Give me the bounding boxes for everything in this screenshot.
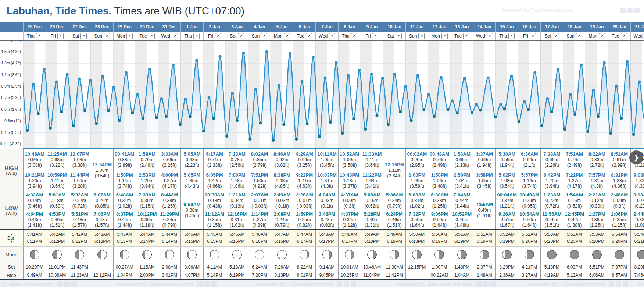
sunset-time: 6:15PM (185, 238, 200, 245)
moon-phase-cell (180, 247, 203, 263)
scroll-right-button[interactable]: ❯ (629, 150, 643, 164)
sun-times-cell: 5:52AM6:19PM (495, 230, 518, 246)
tide-extreme-point (427, 93, 430, 96)
expand-day-button[interactable]: ↗ (372, 33, 378, 39)
moon-phase-icon (187, 250, 197, 259)
expand-day-button[interactable]: ↗ (553, 33, 559, 39)
moonrise-time-cell: 3:27AM (518, 271, 540, 279)
tide-height-m: 0.49m (473, 208, 495, 213)
sunrise-time: 5:47AM (297, 231, 312, 238)
moon-row-label: Moon (0, 247, 23, 263)
expand-day-button[interactable]: ↗ (508, 33, 515, 39)
expand-day-button[interactable]: ↗ (215, 33, 221, 39)
expand-day-button[interactable]: ↗ (487, 33, 493, 39)
tide-height-ft: (2.49ft) (428, 163, 450, 168)
moon-phase-cell (473, 247, 495, 263)
expand-day-button[interactable]: ↗ (621, 33, 627, 39)
tide-time: 4:00PM (158, 172, 180, 178)
tide-extreme-point (364, 128, 367, 131)
expand-day-button[interactable]: ↗ (172, 33, 178, 39)
expand-day-button[interactable]: ↗ (36, 33, 42, 39)
tide-time: 4:37AM (339, 192, 361, 198)
expand-day-button[interactable]: ↗ (351, 33, 357, 39)
tide-time: 11:12AM (204, 211, 226, 217)
dow-cell: Thu↗ (495, 32, 518, 40)
tide-time: 10:59PM (46, 172, 68, 178)
moonset-time-cell: 10:46AM (361, 263, 383, 271)
tide-day-cell: 7:39AM0.35m(1.15ft)10:12PM0.36m(1.18ft) (136, 191, 158, 229)
expand-day-button[interactable]: ↗ (284, 33, 290, 39)
tide-height-m: 0.69m (541, 157, 563, 163)
tide-time: 4:32AM (24, 192, 46, 198)
high-band: HIGH (WIB) 10:48AM0.94m(3.08ft)10:21PM1.… (0, 149, 644, 191)
moon-phase-cell (586, 247, 608, 263)
expand-day-button[interactable]: ↗ (306, 33, 312, 39)
tide-height-m: 0.24m (158, 217, 180, 223)
expand-day-button[interactable]: ↗ (104, 33, 110, 39)
expand-day-button[interactable]: ↗ (463, 33, 469, 39)
tide-height-m: 1.20m (136, 178, 158, 184)
sunset-time: 6:14PM (139, 238, 154, 245)
moonset-time-cell: 3:06AM (180, 263, 203, 271)
expand-day-button[interactable]: ↗ (238, 33, 244, 39)
watermark-icon (344, 281, 349, 287)
expand-day-button[interactable]: ↗ (261, 33, 267, 39)
tide-height-m: 0.46m (383, 217, 405, 223)
sun-times-cell: 5:52AM6:20PM (518, 230, 540, 246)
tide-extreme-point (393, 73, 396, 76)
tide-entry: 9:26AM0.51m(1.67ft) (496, 210, 518, 229)
sunrise-time: 5:42AM (50, 231, 65, 238)
expand-day-button[interactable]: ↗ (396, 33, 402, 39)
expand-day-button[interactable]: ↗ (80, 33, 87, 39)
tide-extreme-point (306, 123, 309, 125)
tide-extreme-point (242, 52, 245, 54)
tide-entry: 10:48AM0.94m(3.08ft) (24, 149, 46, 170)
tide-time: 2:53PM (136, 172, 158, 178)
footer-watermark: Powered by Tide-Forecast.com (529, 281, 628, 287)
expand-day-button[interactable]: ↗ (126, 33, 133, 39)
low-label: LOW (5, 205, 18, 211)
tide-day-cell: 00:04AM0.37m(1.21ft)9:26AM0.51m(1.67ft) (495, 191, 518, 229)
location-title: Labuhan, Tide Times. (7, 5, 111, 17)
moon-phase-cell (113, 247, 136, 263)
tide-time: 4:04PM (24, 211, 46, 217)
tide-extreme-point (523, 100, 526, 103)
tide-extreme-point (569, 93, 572, 96)
tide-time: 3:13AM (631, 192, 644, 198)
expand-day-button[interactable]: ↗ (441, 33, 448, 39)
tide-entry: 8:46AM0.92m(3.02ft) (271, 149, 293, 170)
tide-height-ft: (1.15ft) (136, 203, 158, 209)
expand-day-button[interactable]: ↗ (530, 33, 536, 39)
tide-time: 3:28AM (293, 192, 315, 198)
sun-times-cell: 5:41AM6:11PM (23, 230, 46, 246)
moonrise-time-cell: 2:36AM (495, 271, 518, 279)
tide-height-m: 0.38m (428, 198, 450, 203)
sunrise-time: 5:44AM (139, 231, 154, 238)
moonrise-time-cell: 1:48AM (473, 271, 495, 279)
tide-height-ft: (4.86ft) (271, 184, 293, 189)
tide-entry: 2:49AM-0.03m(-0.1ft) (271, 191, 293, 210)
expand-day-button[interactable]: ↗ (329, 33, 335, 39)
sunrise-time: 5:52AM (522, 231, 537, 238)
date-header-cell: 28 Dec (91, 22, 113, 32)
expand-day-button[interactable]: ↗ (576, 33, 582, 39)
tide-height-ft: (0.89ft) (248, 223, 271, 228)
tide-extreme-point (43, 68, 46, 71)
tide-extreme-point (148, 68, 151, 71)
expand-day-button[interactable]: ↗ (418, 33, 425, 39)
moon-phase-icon (165, 250, 174, 259)
expand-day-button[interactable]: ↗ (57, 33, 64, 39)
tide-extreme-point (295, 138, 298, 141)
tide-entry: 7:06PM0.48m(1.57ft) (91, 210, 113, 229)
tide-extreme-point (451, 99, 454, 102)
expand-day-button[interactable]: ↗ (193, 33, 200, 39)
tide-height-ft: (1.57ft) (91, 223, 113, 228)
tide-height-m: 0.25m (293, 217, 315, 223)
tide-entry: 4:32AM0.14m(0.46ft) (24, 191, 46, 210)
tide-entry: 3:28AM-0.01m(-0.03ft) (293, 191, 315, 210)
tide-day-cell: 5:36AM0.24m(0.79ft)6:24PM0.46m(1.51ft) (383, 191, 405, 229)
tide-extreme-point (358, 69, 361, 72)
expand-day-button[interactable]: ↗ (149, 33, 155, 39)
sunrise-time: 5:44AM (162, 231, 177, 238)
expand-day-button[interactable]: ↗ (599, 33, 605, 39)
